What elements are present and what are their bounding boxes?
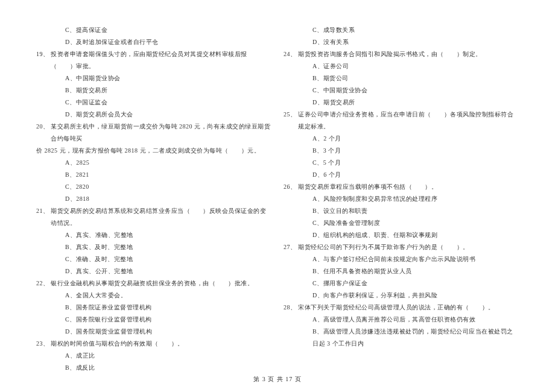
q20-number: 20、 (36, 121, 51, 145)
q19-option-b: B、期货交易所 (36, 84, 271, 96)
q21-text: 期货交易所的交易结算系统和交易结算业务应当（ ）反映会员保证金的变动情况。 (51, 205, 271, 229)
q23-option-a: A、成正比 (36, 350, 271, 362)
q26-option-c: C、风险准备金管理制度 (284, 217, 519, 229)
q24-option-d: D、期货交易所 (284, 96, 519, 109)
q20-text: 某交易所主机中，绿豆期货前一成交价为每吨 2820 元，尚有未成交的绿豆期货合约… (51, 121, 271, 145)
q23-option-c: C、成导数关系 (284, 24, 519, 36)
q23-option-b: B、成反比 (36, 362, 271, 374)
q21-option-a: A、真实、准确、完整地 (36, 229, 271, 241)
q28-option-b: B、高级管理人员涉嫌违法违规被处罚的，期货经纪公司应当在被处罚之日起 3 个工作… (284, 326, 519, 350)
q20-option-a: A、2825 (36, 157, 271, 169)
q27-option-a: A、与客户签订经纪合同前未按规定向客户出示风险说明书 (284, 253, 519, 265)
q26-option-d: D、组织机构的组成、职责、任期和议事规则 (284, 229, 519, 241)
q19-number: 19、 (36, 48, 51, 72)
q21-option-b: B、真实、及时、完整地 (36, 241, 271, 253)
q27-text: 期货经纪公司的下列行为不属于欺诈客户行为的是（ ）。 (298, 241, 519, 253)
q19: 19、 投资者申请套期保值头寸的，应由期货经纪会员对其提交材料审核后报（ ）审批… (36, 48, 271, 72)
right-column: C、成导数关系 D、没有关系 24、 期货投资咨询服务合同指引和风险揭示书格式，… (284, 24, 519, 362)
q23: 23、 期权的时间价值与期权合约的有效期（ ）。 (36, 338, 271, 350)
q26-number: 26、 (284, 181, 298, 193)
q25-number: 25、 (284, 109, 298, 133)
q27-option-b: B、任用不具备资格的期货从业人员 (284, 265, 519, 277)
q24-option-a: A、证券公司 (284, 60, 519, 72)
q25-option-a: A、2 个月 (284, 133, 519, 145)
q26: 26、 期货交易所章程应当载明的事项不包括（ ）。 (284, 181, 519, 193)
q19-option-d: D、期货交易所会员大会 (36, 109, 271, 121)
q20-option-b: B、2821 (36, 169, 271, 181)
q27-number: 27、 (284, 241, 298, 253)
q23-number: 23、 (36, 338, 51, 350)
q22-option-a: A、全国人大常委会。 (36, 289, 271, 302)
q25-option-b: B、3 个月 (284, 145, 519, 157)
q22-text: 银行业金融机构从事期货交易融资或担保业务的资格，由（ ）批准。 (51, 277, 271, 289)
q26-option-b: B、设立目的和职责 (284, 205, 519, 217)
q21-number: 21、 (36, 205, 51, 229)
q20-option-d: D、2818 (36, 193, 271, 205)
q28-option-a: A、高级管理人员离开推荐公司后，其高管任职资格仍有效 (284, 314, 519, 326)
q22-option-b: B、国务院证券业监督管理机构 (36, 302, 271, 314)
q24: 24、 期货投资咨询服务合同指引和风险揭示书格式，由（ ）制定。 (284, 48, 519, 60)
q28-text: 宋体下列关于期货经纪公司高级管理人员的说法，正确的有（ ）。 (298, 302, 519, 314)
q22-option-c: C、国务院银行业监督管理机构 (36, 314, 271, 326)
q22: 22、 银行业金融机构从事期货交易融资或担保业务的资格，由（ ）批准。 (36, 277, 271, 289)
q27: 27、 期货经纪公司的下列行为不属于欺诈客户行为的是（ ）。 (284, 241, 519, 253)
q25-option-c: C、5 个月 (284, 157, 519, 169)
q25-text: 证券公司申请介绍业务资格，应当在申请日前（ ）各项风险控制指标符合规定标准。 (298, 109, 519, 133)
q19-option-a: A、中国期货业协会 (36, 72, 271, 84)
q19-option-c: C、中国证监会 (36, 96, 271, 109)
q23-option-d: D、没有关系 (284, 36, 519, 48)
q27-option-c: C、挪用客户保证金 (284, 277, 519, 289)
q20-option-c: C、2820 (36, 181, 271, 193)
q20-continuation: 价 2825 元，现有卖方报价每吨 2818 元，二者成交则成交价为每吨（ ）元… (36, 145, 271, 157)
q26-option-a: A、风险控制制度和交易异常情况的处理程序 (284, 193, 519, 205)
q18-option-d: D、及时追加保证金或者自行平仓 (36, 36, 271, 48)
q23-text: 期权的时间价值与期权合约的有效期（ ）。 (51, 338, 271, 350)
q21-option-d: D、真实、公开、完整地 (36, 265, 271, 277)
q28: 28、 宋体下列关于期货经纪公司高级管理人员的说法，正确的有（ ）。 (284, 302, 519, 314)
page-footer: 第 3 页 共 17 页 (0, 375, 555, 384)
q22-option-d: D、国务院期货业监督管理机构 (36, 326, 271, 338)
q24-text: 期货投资咨询服务合同指引和风险揭示书格式，由（ ）制定。 (298, 48, 519, 60)
q25: 25、 证券公司申请介绍业务资格，应当在申请日前（ ）各项风险控制指标符合规定标… (284, 109, 519, 133)
left-column: C、提高保证金 D、及时追加保证金或者自行平仓 19、 投资者申请套期保值头寸的… (36, 24, 271, 362)
q21: 21、 期货交易所的交易结算系统和交易结算业务应当（ ）反映会员保证金的变动情况… (36, 205, 271, 229)
q28-number: 28、 (284, 302, 298, 314)
page-columns: C、提高保证金 D、及时追加保证金或者自行平仓 19、 投资者申请套期保值头寸的… (36, 24, 519, 362)
q24-number: 24、 (284, 48, 298, 60)
q25-option-d: D、6 个月 (284, 169, 519, 181)
q20: 20、 某交易所主机中，绿豆期货前一成交价为每吨 2820 元，尚有未成交的绿豆… (36, 121, 271, 145)
q18-option-c: C、提高保证金 (36, 24, 271, 36)
q21-option-c: C、准确、及时、完整地 (36, 253, 271, 265)
q24-option-b: B、期货公司 (284, 72, 519, 84)
q27-option-d: D、向客户作获利保证，分享利益，共担风险 (284, 289, 519, 302)
q24-option-c: C、中国期货业协会 (284, 84, 519, 96)
q22-number: 22、 (36, 277, 51, 289)
q26-text: 期货交易所章程应当载明的事项不包括（ ）。 (298, 181, 519, 193)
q19-text: 投资者申请套期保值头寸的，应由期货经纪会员对其提交材料审核后报（ ）审批。 (51, 48, 271, 72)
